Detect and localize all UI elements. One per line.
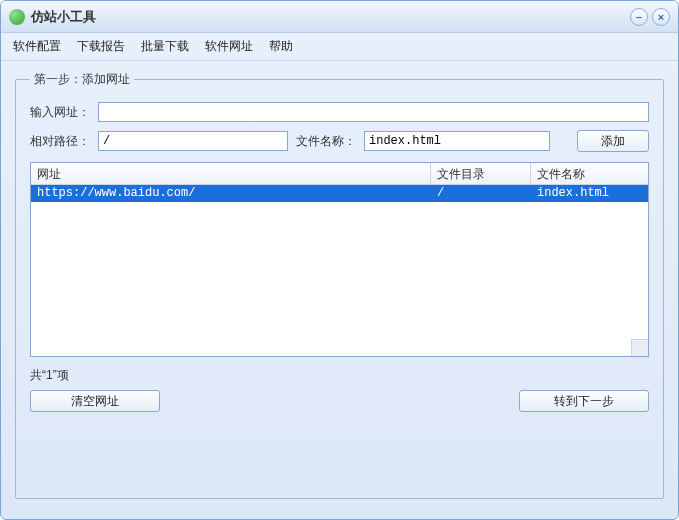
filename-field[interactable] xyxy=(364,131,550,151)
footer-row: 清空网址 转到下一步 xyxy=(30,390,649,412)
rel-path-field[interactable] xyxy=(98,131,288,151)
close-button[interactable]: × xyxy=(652,8,670,26)
content-area: 第一步：添加网址 输入网址： 相对路径： 文件名称： 添加 网址 文件目录 文件… xyxy=(1,61,678,513)
input-url-field[interactable] xyxy=(98,102,649,122)
cell-dir: / xyxy=(431,185,531,202)
menu-batch-download[interactable]: 批量下载 xyxy=(141,38,189,55)
cell-url: https://www.baidu.com/ xyxy=(31,185,431,202)
menu-download-report[interactable]: 下载报告 xyxy=(77,38,125,55)
th-dir[interactable]: 文件目录 xyxy=(431,163,531,184)
filename-label: 文件名称： xyxy=(296,133,356,150)
app-window: 仿站小工具 – × 软件配置 下载报告 批量下载 软件网址 帮助 第一步：添加网… xyxy=(0,0,679,520)
window-title: 仿站小工具 xyxy=(31,8,626,26)
menubar: 软件配置 下载报告 批量下载 软件网址 帮助 xyxy=(1,33,678,61)
minimize-button[interactable]: – xyxy=(630,8,648,26)
th-url[interactable]: 网址 xyxy=(31,163,431,184)
url-table: 网址 文件目录 文件名称 https://www.baidu.com/ / in… xyxy=(30,162,649,357)
rel-path-label: 相对路径： xyxy=(30,133,90,150)
scroll-corner xyxy=(631,339,648,356)
add-button[interactable]: 添加 xyxy=(577,130,649,152)
next-button[interactable]: 转到下一步 xyxy=(519,390,649,412)
th-file[interactable]: 文件名称 xyxy=(531,163,648,184)
titlebar: 仿站小工具 – × xyxy=(1,1,678,33)
table-body: https://www.baidu.com/ / index.html xyxy=(31,185,648,202)
menu-software-url[interactable]: 软件网址 xyxy=(205,38,253,55)
row-path-file: 相对路径： 文件名称： 添加 xyxy=(30,130,649,152)
menu-help[interactable]: 帮助 xyxy=(269,38,293,55)
cell-file: index.html xyxy=(531,185,648,202)
row-input-url: 输入网址： xyxy=(30,102,649,122)
table-row[interactable]: https://www.baidu.com/ / index.html xyxy=(31,185,648,202)
group-legend: 第一步：添加网址 xyxy=(30,71,134,88)
status-text: 共“1”项 xyxy=(30,367,649,384)
table-header: 网址 文件目录 文件名称 xyxy=(31,163,648,185)
menu-software-config[interactable]: 软件配置 xyxy=(13,38,61,55)
input-url-label: 输入网址： xyxy=(30,104,90,121)
step1-group: 第一步：添加网址 输入网址： 相对路径： 文件名称： 添加 网址 文件目录 文件… xyxy=(15,71,664,499)
clear-button[interactable]: 清空网址 xyxy=(30,390,160,412)
app-icon xyxy=(9,9,25,25)
